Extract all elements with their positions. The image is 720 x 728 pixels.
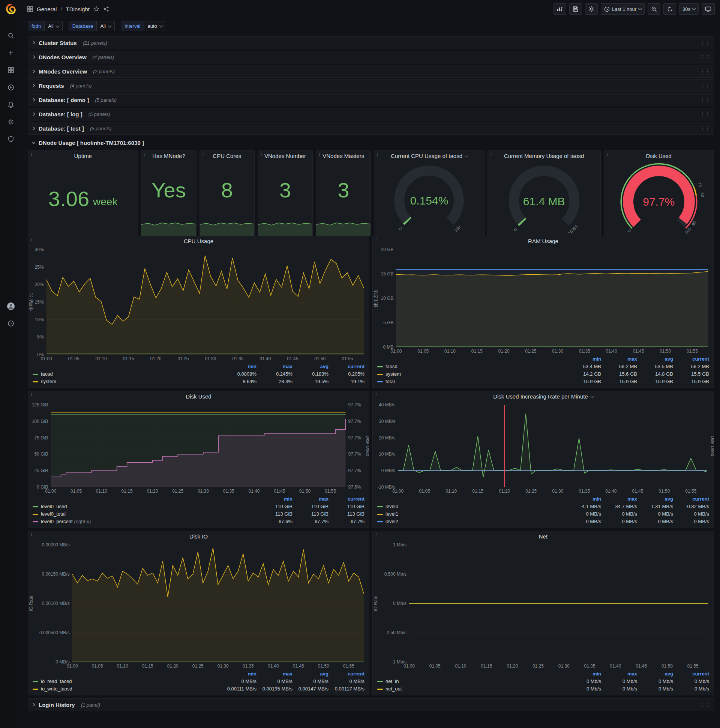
panel-info-icon[interactable]: i (319, 151, 320, 157)
panel-title[interactable]: Net (373, 531, 714, 542)
panel-info-icon[interactable]: i (31, 237, 32, 242)
legend-header[interactable]: avg (639, 670, 675, 678)
row-drag-handle[interactable]: ⋮⋮ (700, 40, 710, 46)
legend-header[interactable]: min (567, 670, 603, 678)
panel-title[interactable]: VNodes Masters (316, 151, 371, 161)
chart-canvas[interactable]: 01:0001:0501:1001:1501:2001:2501:3001:35… (373, 542, 714, 670)
panel-info-icon[interactable]: i (491, 151, 492, 157)
zoom-out-button[interactable] (648, 3, 661, 15)
panel-title[interactable]: Has MNode? (141, 151, 196, 161)
legend-header[interactable]: max (603, 670, 639, 678)
chart-area[interactable]: 01:0001:0501:1001:1501:2001:2501:3001:35… (28, 246, 369, 362)
share-icon[interactable] (103, 6, 109, 12)
legend-series-name[interactable]: net_out (376, 685, 567, 693)
legend-header[interactable]: max (294, 496, 330, 503)
panel-info-icon[interactable]: i (261, 151, 262, 157)
explore-compass-icon[interactable] (3, 80, 18, 95)
dashboard-row[interactable]: Cluster Status(21 panels)⋮⋮ (28, 37, 714, 49)
chart-area[interactable]: 01:0001:0501:1001:1501:2001:2501:3001:35… (373, 246, 714, 355)
panel-info-icon[interactable]: i (375, 392, 377, 398)
chart-area[interactable]: 01:0001:0501:1001:1501:2001:2501:3001:35… (373, 542, 714, 670)
panel-info-icon[interactable]: i (31, 392, 32, 398)
panel-title[interactable]: CPU Cores (200, 151, 254, 161)
chart-area[interactable]: 01:0001:0501:1001:1501:2001:2501:3001:35… (28, 542, 369, 670)
panel-info-icon[interactable]: i (607, 151, 608, 157)
breadcrumb-title[interactable]: TDinsight (66, 6, 90, 12)
panel-title[interactable]: CPU Usage (28, 236, 369, 246)
legend-series-name[interactable]: system (376, 370, 567, 378)
panel-title[interactable]: Disk IO (28, 531, 369, 542)
variable-database[interactable]: Database All (69, 21, 115, 31)
panel-info-icon[interactable]: i (203, 151, 204, 157)
grafana-logo[interactable] (6, 4, 16, 15)
chart-canvas[interactable]: 01:0001:0501:1001:1501:2001:2501:3001:35… (373, 246, 714, 355)
row-drag-handle[interactable]: ⋮⋮ (700, 68, 710, 74)
dashboard-row[interactable]: Database: [ test ](5 panels)⋮⋮ (28, 122, 714, 135)
variable-fqdn[interactable]: fqdn All (28, 21, 63, 31)
alerting-bell-icon[interactable] (3, 97, 18, 112)
dashboard-row[interactable]: Login History(1 panel)⋮⋮ (28, 698, 714, 711)
legend-header[interactable]: current (675, 355, 711, 363)
dashboard-row[interactable]: Database: [ demo ](5 panels)⋮⋮ (28, 93, 714, 106)
breadcrumb-section[interactable]: General (37, 6, 56, 12)
legend-series-name[interactable]: level0_used (31, 503, 258, 510)
legend-header[interactable]: max (603, 496, 639, 503)
refresh-interval-picker[interactable]: 30s (679, 3, 699, 15)
legend-series-name[interactable]: taosd (376, 363, 567, 370)
legend-header[interactable]: min (222, 670, 258, 678)
panel-title[interactable]: Disk Used Increasing Rate per Minute (373, 392, 714, 402)
row-drag-handle[interactable]: ⋮⋮ (700, 702, 710, 708)
row-drag-handle[interactable]: ⋮⋮ (700, 97, 710, 103)
panel-title[interactable]: Current CPU Usage of taosd (374, 151, 484, 161)
chart-canvas[interactable]: 01:0001:0501:1001:1501:2001:2501:3001:35… (28, 542, 369, 670)
panel-info-icon[interactable]: i (31, 151, 32, 157)
chart-area[interactable]: 01:0001:0501:1001:1501:2001:2501:3001:35… (28, 402, 369, 495)
dashboard-settings-button[interactable] (585, 3, 598, 15)
dashboard-row[interactable]: DNodes Overview(4 panels)⋮⋮ (28, 50, 714, 63)
dashboard-grid-icon[interactable] (27, 6, 33, 12)
legend-header[interactable]: max (603, 355, 639, 363)
legend-series-name[interactable]: level1 (376, 510, 567, 518)
dashboards-icon[interactable] (3, 63, 18, 78)
panel-title[interactable]: Disk Used (604, 151, 714, 161)
star-icon[interactable] (93, 6, 99, 12)
panel-info-icon[interactable]: i (377, 151, 378, 157)
variable-interval[interactable]: Interval auto (121, 21, 166, 31)
create-plus-icon[interactable] (3, 46, 18, 60)
legend-header[interactable]: avg (639, 496, 675, 503)
legend-header[interactable]: avg (294, 363, 330, 370)
panel-info-icon[interactable]: i (375, 237, 377, 242)
kiosk-mode-button[interactable] (702, 3, 715, 15)
legend-header[interactable]: min (567, 355, 603, 363)
legend-header[interactable]: min (258, 496, 294, 503)
chart-canvas[interactable]: 01:0001:0501:1001:1501:2001:2501:3001:35… (28, 402, 369, 495)
legend-header[interactable]: max (258, 670, 294, 678)
add-panel-button[interactable] (554, 3, 566, 15)
legend-header[interactable]: avg (294, 670, 330, 678)
legend-series-name[interactable]: taosd (31, 370, 222, 378)
row-drag-handle[interactable]: ⋮⋮ (700, 125, 710, 132)
chart-canvas[interactable]: 01:0001:0501:1001:1501:2001:2501:3001:35… (373, 402, 714, 495)
configuration-gear-icon[interactable] (3, 115, 18, 130)
legend-series-name[interactable]: net_in (376, 678, 567, 685)
legend-series-name[interactable]: total (376, 378, 567, 385)
legend-header[interactable]: current (330, 496, 366, 503)
dashboard-row[interactable]: Requests(4 panels)⋮⋮ (28, 79, 714, 92)
row-drag-handle[interactable]: ⋮⋮ (700, 83, 710, 89)
legend-series-name[interactable]: level0_percent(right-y) (31, 518, 258, 525)
legend-header[interactable]: current (675, 496, 711, 503)
panel-title[interactable]: Current Memory Usage of taosd (488, 151, 600, 161)
panel-info-icon[interactable]: i (144, 151, 145, 157)
time-range-picker[interactable]: Last 1 hour (601, 3, 645, 15)
legend-series-name[interactable]: io_write_taosd (31, 685, 222, 693)
legend-header[interactable]: current (330, 363, 366, 370)
panel-title[interactable]: VNodes Number (258, 151, 313, 161)
panel-title[interactable]: Uptime (28, 151, 137, 161)
panel-info-icon[interactable]: i (31, 532, 32, 538)
legend-series-name[interactable]: level0_total (31, 510, 258, 518)
row-drag-handle[interactable]: ⋮⋮ (700, 111, 710, 117)
search-icon[interactable] (3, 28, 18, 43)
row-drag-handle[interactable]: ⋮⋮ (700, 54, 710, 60)
legend-series-name[interactable]: level0 (376, 503, 567, 510)
dashboard-row[interactable]: MNodes Overview(2 panels)⋮⋮ (28, 65, 714, 78)
